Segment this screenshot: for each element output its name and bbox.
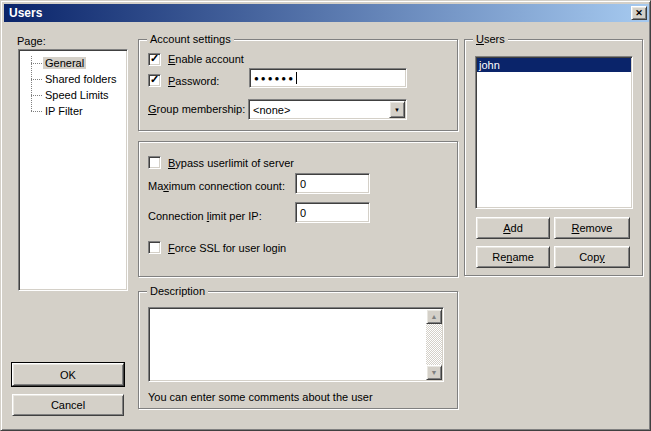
ok-button-label: OK	[60, 369, 76, 381]
dropdown-arrow-icon[interactable]: ▼	[389, 101, 405, 118]
remove-button[interactable]: Remove	[554, 217, 630, 239]
max-connection-value: 0	[300, 178, 306, 190]
description-group: Description ▲ ▼ You can enter some comme…	[138, 291, 458, 409]
ok-button[interactable]: OK	[12, 363, 124, 386]
group-membership-label: Group membership:	[148, 103, 245, 116]
tree-item-speed-limits[interactable]: Speed Limits	[19, 87, 127, 103]
tree-item-label: Speed Limits	[43, 89, 111, 101]
page-tree: General Shared folders Speed Limits IP F…	[18, 49, 128, 291]
close-icon: ✕	[635, 9, 643, 18]
max-connection-input[interactable]: 0	[295, 173, 370, 194]
tree-item-shared-folders[interactable]: Shared folders	[19, 71, 127, 87]
users-dialog: Users ✕ Page: General Shared folders Spe…	[0, 0, 651, 431]
checkmark-icon: ✓	[150, 52, 159, 65]
enable-account-checkbox[interactable]: ✓	[148, 53, 161, 66]
text-caret	[296, 72, 297, 84]
tree-item-label: General	[43, 57, 86, 69]
password-label: Password:	[168, 75, 219, 88]
scroll-up-icon[interactable]: ▲	[426, 309, 442, 324]
scroll-down-icon[interactable]: ▼	[426, 365, 442, 380]
window-title: Users	[9, 6, 42, 20]
tree-item-general[interactable]: General	[19, 55, 127, 71]
page-label: Page:	[17, 35, 46, 48]
add-button-label: Add	[503, 222, 523, 234]
users-listbox[interactable]: john	[475, 56, 633, 209]
close-button[interactable]: ✕	[631, 6, 647, 20]
bypass-userlimit-label: Bypass userlimit of server	[168, 157, 294, 170]
copy-button[interactable]: Copy	[554, 246, 630, 268]
password-masked-value: ●●●●●●	[254, 74, 295, 83]
ip-limit-value: 0	[300, 207, 306, 219]
user-list-item[interactable]: john	[477, 58, 631, 72]
account-settings-group: Account settings ✓ Enable account ✓ Pass…	[138, 39, 458, 131]
description-hint: You can enter some comments about the us…	[148, 391, 373, 404]
description-scrollbar[interactable]: ▲ ▼	[426, 309, 442, 380]
force-ssl-checkbox[interactable]: ✓	[148, 241, 161, 254]
password-input[interactable]: ●●●●●●	[249, 68, 407, 88]
group-membership-value: <none>	[253, 104, 290, 116]
ip-limit-input[interactable]: 0	[295, 202, 370, 223]
cancel-button[interactable]: Cancel	[12, 394, 124, 416]
connection-limits-group: ✓ Bypass userlimit of server Maximum con…	[138, 141, 458, 277]
description-title: Description	[147, 285, 208, 298]
rename-button[interactable]: Rename	[476, 246, 550, 268]
bypass-userlimit-checkbox[interactable]: ✓	[148, 156, 161, 169]
account-settings-title: Account settings	[147, 33, 234, 46]
remove-button-label: Remove	[572, 222, 613, 234]
password-checkbox[interactable]: ✓	[148, 74, 161, 87]
titlebar[interactable]: Users	[4, 4, 649, 22]
copy-button-label: Copy	[579, 251, 605, 263]
checkmark-icon: ✓	[150, 73, 159, 86]
max-connection-label: Maximum connection count:	[148, 180, 285, 193]
force-ssl-label: Force SSL for user login	[168, 242, 286, 255]
user-name: john	[479, 59, 500, 71]
description-textarea[interactable]: ▲ ▼	[148, 307, 444, 382]
add-button[interactable]: Add	[476, 217, 550, 239]
users-group: Users john Add Remove Rename Copy	[464, 39, 643, 276]
ip-limit-label: Connection limit per IP:	[148, 210, 262, 223]
tree-item-label: IP Filter	[43, 105, 85, 117]
group-membership-select[interactable]: <none> ▼	[248, 99, 407, 120]
scrollbar-track[interactable]	[426, 324, 442, 365]
enable-account-label: Enable account	[168, 53, 244, 66]
tree-item-label: Shared folders	[43, 73, 119, 85]
tree-item-ip-filter[interactable]: IP Filter	[19, 103, 127, 119]
rename-button-label: Rename	[492, 251, 534, 263]
users-group-title: Users	[473, 33, 508, 46]
cancel-button-label: Cancel	[51, 399, 85, 411]
